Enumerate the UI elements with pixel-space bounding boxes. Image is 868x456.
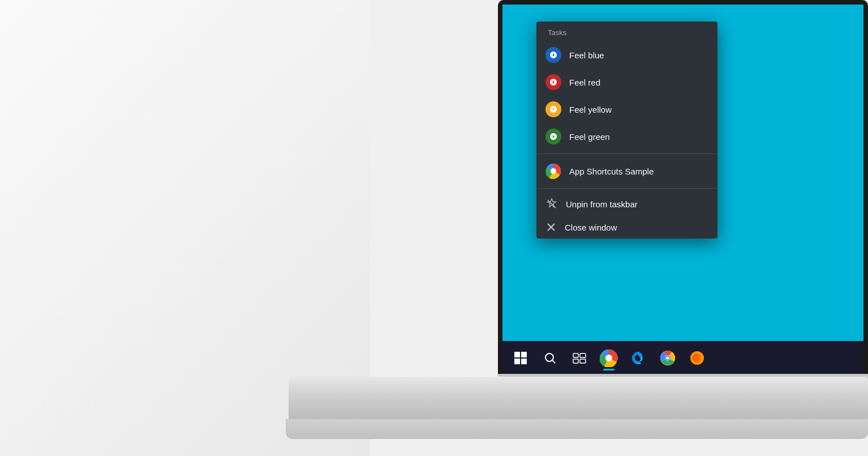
- context-menu-item-feel-blue[interactable]: Feel blue: [536, 41, 717, 69]
- context-menu-item-app[interactable]: App Shortcuts Sample: [536, 157, 717, 185]
- taskbar-edge-button[interactable]: [625, 344, 652, 372]
- context-menu-section-label: Tasks: [536, 22, 717, 41]
- feel-yellow-label: Feel yellow: [569, 105, 612, 114]
- windows-icon: [514, 352, 527, 364]
- context-menu-item-unpin[interactable]: Unpin from taskbar: [536, 192, 717, 216]
- feel-red-label: Feel red: [569, 78, 600, 87]
- chrome-icon: [660, 350, 676, 366]
- feel-yellow-icon: [545, 101, 561, 117]
- feel-green-icon: [545, 129, 561, 144]
- taskbar: [502, 341, 863, 375]
- task-view-icon: [573, 352, 586, 364]
- context-menu-divider-1: [536, 154, 717, 154]
- close-window-label: Close window: [565, 223, 617, 232]
- close-icon: [545, 221, 557, 233]
- context-menu-item-feel-red[interactable]: Feel red: [536, 69, 717, 96]
- screen-content: Tasks Feel blue Feel red: [502, 5, 863, 375]
- context-menu: Tasks Feel blue Feel red: [536, 22, 717, 238]
- svg-rect-7: [573, 353, 578, 357]
- svg-point-12: [605, 355, 612, 361]
- taskbar-task-view-button[interactable]: [566, 344, 593, 372]
- context-menu-item-feel-yellow[interactable]: Feel yellow: [536, 96, 717, 123]
- svg-rect-9: [573, 359, 578, 363]
- feel-blue-icon: [545, 47, 561, 63]
- context-menu-divider-2: [536, 188, 717, 189]
- svg-point-16: [667, 357, 669, 360]
- unpin-label: Unpin from taskbar: [566, 199, 638, 209]
- feel-green-label: Feel green: [569, 132, 610, 142]
- svg-line-2: [548, 200, 556, 208]
- screen-bezel: Tasks Feel blue Feel red: [498, 0, 868, 380]
- svg-line-6: [552, 360, 555, 363]
- app-shortcuts-icon: [545, 163, 561, 179]
- context-menu-item-close[interactable]: Close window: [536, 216, 717, 238]
- laptop-base: [289, 377, 868, 422]
- taskbar-search-button[interactable]: [536, 344, 564, 372]
- unpin-icon: [545, 198, 558, 210]
- context-menu-item-feel-green[interactable]: Feel green: [536, 123, 717, 150]
- svg-point-5: [545, 353, 553, 361]
- taskbar-app-shortcuts-icon: [600, 349, 618, 367]
- app-shortcuts-label: App Shortcuts Sample: [569, 167, 654, 176]
- taskbar-firefox-button[interactable]: [684, 344, 711, 372]
- svg-rect-8: [580, 353, 586, 357]
- search-icon: [544, 352, 556, 364]
- taskbar-chrome-button[interactable]: [654, 344, 681, 372]
- edge-icon: [630, 350, 646, 366]
- feel-red-icon: [545, 74, 561, 90]
- feel-blue-label: Feel blue: [569, 50, 604, 60]
- firefox-icon: [689, 350, 705, 366]
- taskbar-start-button[interactable]: [507, 344, 534, 372]
- svg-rect-10: [580, 359, 586, 363]
- taskbar-app-shortcuts-button[interactable]: [595, 344, 622, 372]
- laptop-base-bottom: [286, 419, 868, 439]
- svg-point-1: [551, 168, 556, 174]
